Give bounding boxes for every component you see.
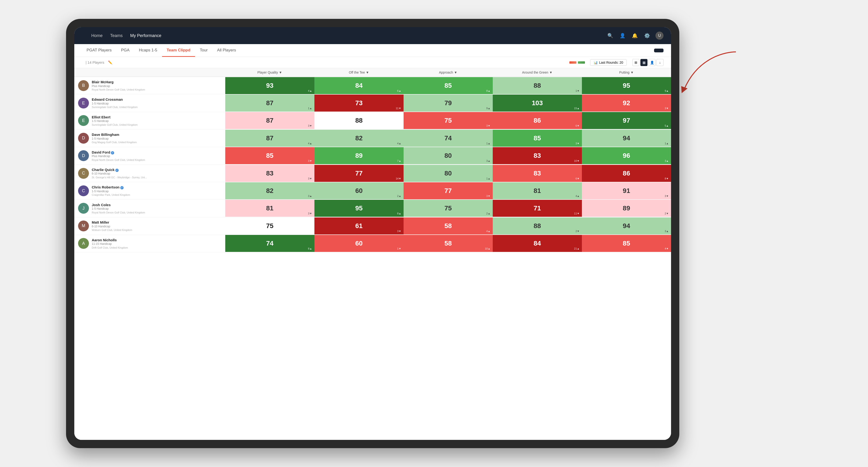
score-box: 88 1▼ — [493, 77, 582, 94]
score-change: 3▼ — [308, 177, 312, 180]
col-header-around-green[interactable]: Around the Green ▼ — [493, 68, 582, 77]
score-box: 82 3▲ — [225, 182, 314, 199]
view-icons: ⊞ ▦ 👤 ↓ — [632, 59, 663, 66]
table-row: C Charlie Quick✓ 6-10 Handicap St. Georg… — [74, 164, 671, 182]
col-header-player[interactable] — [74, 68, 225, 77]
score-change: 1▼ — [397, 247, 401, 250]
score-change: 11▼ — [574, 212, 580, 215]
score-change: 4▲ — [397, 142, 401, 145]
edit-icon[interactable]: ✏️ — [108, 60, 113, 65]
subnav-hcaps[interactable]: Hcaps 1-5 — [134, 44, 162, 57]
table-row: D Dave Billingham 1-5 Handicap Gog Magog… — [74, 129, 671, 147]
last-rounds-button[interactable]: 📊 Last Rounds: 20 — [590, 59, 627, 66]
score-box: 95 8▲ — [314, 200, 404, 217]
score-box: 60 1▼ — [314, 235, 404, 252]
player-club: Drift Golf Club, United Kingdom — [92, 246, 128, 249]
player-club: Woburn Golf Club, United Kingdom — [92, 228, 132, 231]
nav-my-performance[interactable]: My Performance — [130, 33, 161, 38]
player-cell[interactable]: M Matt Miller 6-10 Handicap Woburn Golf … — [74, 217, 225, 235]
subnav-pgat[interactable]: PGAT Players — [82, 44, 116, 57]
search-icon[interactable]: 🔍 — [607, 32, 614, 39]
score-change: 4▲ — [576, 195, 580, 197]
player-cell[interactable]: D Dave Billingham 1-5 Handicap Gog Magog… — [74, 129, 225, 147]
score-box: 75 2▲ — [404, 200, 493, 217]
player-avatar: B — [78, 80, 89, 91]
score-value: 84 — [355, 82, 363, 89]
nav-teams[interactable]: Teams — [110, 33, 123, 38]
player-handicap: 11-15 Handicap — [92, 242, 128, 246]
score-change: 1▲ — [665, 142, 669, 145]
score-change: 3▼ — [308, 124, 312, 127]
score-value: 86 — [623, 169, 630, 177]
settings-icon[interactable]: ⚙️ — [643, 32, 651, 39]
nav-home[interactable]: Home — [91, 33, 102, 38]
score-cell-4: 91 3▼ — [582, 182, 671, 199]
table-row: M Matt Miller 6-10 Handicap Woburn Golf … — [74, 217, 671, 235]
subnav-tour[interactable]: Tour — [195, 44, 212, 57]
bell-icon[interactable]: 🔔 — [631, 32, 639, 39]
player-cell[interactable]: C Chris Robertson✓ 1-5 Handicap Craigmil… — [74, 182, 225, 199]
score-value: 96 — [623, 152, 630, 159]
score-value: 60 — [355, 187, 363, 195]
main-content: Player Quality ▼ Off the Tee ▼ Approach … — [74, 68, 671, 440]
score-change: 3▼ — [397, 230, 401, 232]
score-box: 85 4▼ — [582, 235, 671, 252]
score-cell-3: 88 1▼ — [493, 77, 582, 94]
score-value: 82 — [266, 187, 273, 195]
table-row: J Josh Coles 1-5 Handicap Royal North De… — [74, 199, 671, 217]
score-cell-4: 85 4▼ — [582, 235, 671, 252]
subnav-team-clippd[interactable]: Team Clippd — [162, 44, 195, 57]
add-team-button[interactable] — [654, 49, 663, 52]
player-cell[interactable]: B Blair McHarg Plus Handicap Royal North… — [74, 77, 225, 94]
score-box: 80 1▲ — [404, 165, 493, 182]
table-row: C Chris Robertson✓ 1-5 Handicap Craigmil… — [74, 182, 671, 199]
player-cell[interactable]: E Elliot Ebert 1-5 Handicap Sunningdale … — [74, 112, 225, 129]
player-details: Chris Robertson✓ 1-5 Handicap Craigmilla… — [92, 185, 130, 196]
score-change: 3▼ — [308, 212, 312, 215]
col-header-off-tee[interactable]: Off the Tee ▼ — [314, 68, 404, 77]
col-header-player-quality[interactable]: Player Quality ▼ — [225, 68, 314, 77]
view-export-button[interactable]: ↓ — [656, 59, 663, 66]
score-value: 80 — [444, 152, 452, 159]
score-box: 84 21▲ — [493, 235, 582, 252]
player-cell[interactable]: E Edward Crossman 1-5 Handicap Sunningda… — [74, 94, 225, 112]
view-heatmap-button[interactable]: ▦ — [640, 59, 647, 66]
score-change: 2▲ — [486, 212, 490, 215]
view-person-button[interactable]: 👤 — [648, 59, 655, 66]
score-cell-3: 88 2▼ — [493, 217, 582, 235]
score-cell-3: 103 15▲ — [493, 94, 582, 112]
score-cell-0: 81 3▼ — [225, 199, 314, 217]
score-box: 86 6▼ — [493, 112, 582, 129]
person-icon[interactable]: 👤 — [619, 32, 626, 39]
view-grid-button[interactable]: ⊞ — [632, 59, 640, 66]
player-cell[interactable]: A Aaron Nicholls 11-15 Handicap Drift Go… — [74, 235, 225, 252]
score-value: 83 — [533, 152, 541, 159]
score-box: 83 6▼ — [493, 165, 582, 182]
score-cell-2: 75 2▲ — [404, 199, 493, 217]
player-info: M Matt Miller 6-10 Handicap Woburn Golf … — [78, 220, 221, 231]
score-value: 83 — [533, 169, 541, 177]
score-box: 103 15▲ — [493, 95, 582, 112]
player-avatar: E — [78, 115, 89, 126]
score-cell-4: 94 1▲ — [582, 129, 671, 147]
player-info: C Chris Robertson✓ 1-5 Handicap Craigmil… — [78, 185, 221, 196]
score-value: 79 — [444, 99, 452, 107]
subnav: PGAT Players PGA Hcaps 1-5 Team Clippd T… — [74, 44, 671, 57]
score-box: 92 3▼ — [582, 95, 671, 112]
nav-icons: 🔍 👤 🔔 ⚙️ U — [607, 32, 663, 40]
subnav-all-players[interactable]: All Players — [212, 44, 241, 57]
score-box: 60 2▲ — [314, 182, 404, 199]
subnav-pga[interactable]: PGA — [116, 44, 134, 57]
verified-icon: ✓ — [120, 186, 124, 189]
score-box: 83 10▼ — [493, 147, 582, 164]
col-header-putting[interactable]: Putting ▼ — [582, 68, 671, 77]
col-header-approach[interactable]: Approach ▼ — [404, 68, 493, 77]
player-cell[interactable]: J Josh Coles 1-5 Handicap Royal North De… — [74, 199, 225, 217]
player-cell[interactable]: D David Ford✓ Plus Handicap Royal North … — [74, 147, 225, 164]
player-cell[interactable]: C Charlie Quick✓ 6-10 Handicap St. Georg… — [74, 164, 225, 182]
player-handicap: 1-5 Handicap — [92, 102, 137, 106]
score-change: 5▲ — [665, 124, 669, 127]
score-change: 3▼ — [665, 107, 669, 110]
score-box: 88 — [314, 112, 404, 129]
account-avatar[interactable]: U — [655, 32, 663, 40]
